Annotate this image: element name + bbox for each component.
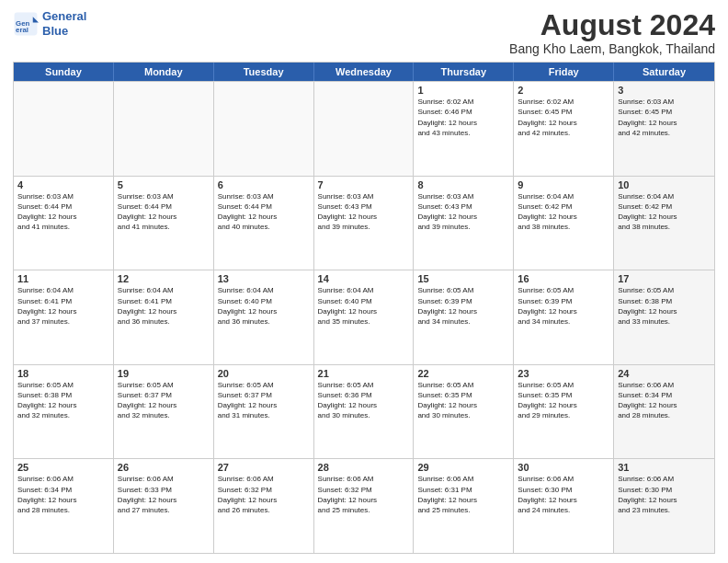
svg-text:eral: eral — [16, 26, 28, 34]
day-number: 24 — [618, 368, 711, 379]
day-number: 27 — [218, 462, 310, 473]
day-info: Sunrise: 6:05 AM Sunset: 6:38 PM Dayligh… — [618, 285, 711, 327]
cal-day-6: 6Sunrise: 6:03 AM Sunset: 6:44 PM Daylig… — [214, 177, 314, 270]
day-number: 18 — [17, 368, 109, 379]
day-info: Sunrise: 6:04 AM Sunset: 6:41 PM Dayligh… — [17, 285, 109, 327]
day-number: 10 — [618, 179, 711, 190]
subtitle: Bang Kho Laem, Bangkok, Thailand — [509, 41, 715, 56]
day-number: 17 — [618, 273, 711, 284]
day-info: Sunrise: 6:03 AM Sunset: 6:44 PM Dayligh… — [218, 191, 310, 233]
header-day-tuesday: Tuesday — [214, 63, 314, 81]
cal-week-4: 18Sunrise: 6:05 AM Sunset: 6:38 PM Dayli… — [14, 364, 714, 459]
day-number: 6 — [218, 179, 310, 190]
main-title: August 2024 — [509, 9, 715, 41]
cal-day-22: 22Sunrise: 6:05 AM Sunset: 6:35 PM Dayli… — [414, 365, 514, 459]
cal-day-8: 8Sunrise: 6:03 AM Sunset: 6:43 PM Daylig… — [414, 177, 514, 270]
day-number: 13 — [218, 273, 310, 284]
cal-day-17: 17Sunrise: 6:05 AM Sunset: 6:38 PM Dayli… — [614, 270, 714, 364]
header-day-sunday: Sunday — [14, 63, 114, 81]
day-number: 16 — [518, 273, 609, 284]
cal-empty-0-2 — [214, 82, 314, 176]
day-info: Sunrise: 6:03 AM Sunset: 6:43 PM Dayligh… — [318, 191, 410, 233]
day-number: 23 — [518, 368, 609, 379]
header-day-friday: Friday — [514, 63, 614, 81]
cal-empty-0-0 — [14, 82, 114, 176]
cal-day-7: 7Sunrise: 6:03 AM Sunset: 6:43 PM Daylig… — [314, 177, 415, 270]
day-info: Sunrise: 6:05 AM Sunset: 6:36 PM Dayligh… — [318, 380, 410, 421]
cal-day-25: 25Sunrise: 6:06 AM Sunset: 6:34 PM Dayli… — [14, 459, 114, 553]
cal-week-1: 1Sunrise: 6:02 AM Sunset: 6:46 PM Daylig… — [14, 81, 714, 176]
header-day-saturday: Saturday — [614, 63, 714, 81]
cal-day-30: 30Sunrise: 6:06 AM Sunset: 6:30 PM Dayli… — [514, 459, 614, 553]
cal-day-23: 23Sunrise: 6:05 AM Sunset: 6:35 PM Dayli… — [514, 365, 614, 459]
cal-day-26: 26Sunrise: 6:06 AM Sunset: 6:33 PM Dayli… — [114, 459, 214, 553]
cal-day-4: 4Sunrise: 6:03 AM Sunset: 6:44 PM Daylig… — [14, 177, 114, 270]
calendar-body: 1Sunrise: 6:02 AM Sunset: 6:46 PM Daylig… — [14, 81, 714, 553]
calendar-header-row: SundayMondayTuesdayWednesdayThursdayFrid… — [14, 63, 714, 81]
day-number: 26 — [118, 462, 210, 473]
day-number: 11 — [17, 273, 109, 284]
cal-day-24: 24Sunrise: 6:06 AM Sunset: 6:34 PM Dayli… — [614, 365, 714, 459]
day-number: 12 — [118, 273, 210, 284]
day-number: 15 — [417, 273, 509, 284]
day-info: Sunrise: 6:06 AM Sunset: 6:30 PM Dayligh… — [618, 474, 711, 515]
cal-day-9: 9Sunrise: 6:04 AM Sunset: 6:42 PM Daylig… — [514, 177, 614, 270]
cal-day-10: 10Sunrise: 6:04 AM Sunset: 6:42 PM Dayli… — [614, 177, 714, 270]
cal-day-14: 14Sunrise: 6:04 AM Sunset: 6:40 PM Dayli… — [314, 270, 415, 364]
day-info: Sunrise: 6:06 AM Sunset: 6:32 PM Dayligh… — [218, 474, 310, 515]
cal-day-13: 13Sunrise: 6:04 AM Sunset: 6:40 PM Dayli… — [214, 270, 314, 364]
day-number: 1 — [417, 85, 509, 96]
logo-line1: General — [42, 9, 86, 23]
cal-week-3: 11Sunrise: 6:04 AM Sunset: 6:41 PM Dayli… — [14, 270, 714, 364]
day-info: Sunrise: 6:05 AM Sunset: 6:37 PM Dayligh… — [218, 380, 310, 421]
day-number: 30 — [518, 462, 609, 473]
title-section: August 2024 Bang Kho Laem, Bangkok, Thai… — [509, 9, 715, 56]
cal-day-28: 28Sunrise: 6:06 AM Sunset: 6:32 PM Dayli… — [314, 459, 415, 553]
day-number: 25 — [17, 462, 109, 473]
day-info: Sunrise: 6:03 AM Sunset: 6:43 PM Dayligh… — [417, 191, 509, 233]
day-info: Sunrise: 6:04 AM Sunset: 6:41 PM Dayligh… — [118, 285, 210, 327]
day-number: 29 — [417, 462, 509, 473]
day-number: 20 — [218, 368, 310, 379]
cal-empty-0-1 — [114, 82, 214, 176]
cal-day-12: 12Sunrise: 6:04 AM Sunset: 6:41 PM Dayli… — [114, 270, 214, 364]
day-info: Sunrise: 6:06 AM Sunset: 6:30 PM Dayligh… — [518, 474, 609, 515]
day-info: Sunrise: 6:04 AM Sunset: 6:40 PM Dayligh… — [318, 285, 410, 327]
day-number: 4 — [17, 179, 109, 190]
day-info: Sunrise: 6:05 AM Sunset: 6:35 PM Dayligh… — [518, 380, 609, 421]
logo-line2: Blue — [42, 24, 68, 38]
day-info: Sunrise: 6:03 AM Sunset: 6:44 PM Dayligh… — [17, 191, 109, 233]
day-number: 31 — [618, 462, 711, 473]
cal-week-2: 4Sunrise: 6:03 AM Sunset: 6:44 PM Daylig… — [14, 176, 714, 270]
day-info: Sunrise: 6:05 AM Sunset: 6:35 PM Dayligh… — [417, 380, 509, 421]
day-info: Sunrise: 6:06 AM Sunset: 6:31 PM Dayligh… — [417, 474, 509, 515]
cal-day-20: 20Sunrise: 6:05 AM Sunset: 6:37 PM Dayli… — [214, 365, 314, 459]
cal-day-5: 5Sunrise: 6:03 AM Sunset: 6:44 PM Daylig… — [114, 177, 214, 270]
day-info: Sunrise: 6:05 AM Sunset: 6:39 PM Dayligh… — [518, 285, 609, 327]
cal-day-21: 21Sunrise: 6:05 AM Sunset: 6:36 PM Dayli… — [314, 365, 415, 459]
day-info: Sunrise: 6:03 AM Sunset: 6:44 PM Dayligh… — [118, 191, 210, 233]
day-number: 7 — [318, 179, 410, 190]
cal-empty-0-3 — [314, 82, 415, 176]
day-info: Sunrise: 6:05 AM Sunset: 6:39 PM Dayligh… — [417, 285, 509, 327]
cal-day-2: 2Sunrise: 6:02 AM Sunset: 6:45 PM Daylig… — [514, 82, 614, 176]
page: Gen eral General Blue August 2024 Bang K… — [0, 0, 728, 563]
day-number: 14 — [318, 273, 410, 284]
day-info: Sunrise: 6:05 AM Sunset: 6:37 PM Dayligh… — [118, 380, 210, 421]
cal-day-16: 16Sunrise: 6:05 AM Sunset: 6:39 PM Dayli… — [514, 270, 614, 364]
header-day-wednesday: Wednesday — [314, 63, 415, 81]
day-info: Sunrise: 6:04 AM Sunset: 6:42 PM Dayligh… — [618, 191, 711, 233]
day-number: 21 — [318, 368, 410, 379]
day-info: Sunrise: 6:03 AM Sunset: 6:45 PM Dayligh… — [618, 97, 711, 138]
cal-day-15: 15Sunrise: 6:05 AM Sunset: 6:39 PM Dayli… — [414, 270, 514, 364]
cal-day-18: 18Sunrise: 6:05 AM Sunset: 6:38 PM Dayli… — [14, 365, 114, 459]
day-info: Sunrise: 6:04 AM Sunset: 6:42 PM Dayligh… — [518, 191, 609, 233]
day-number: 5 — [118, 179, 210, 190]
cal-day-19: 19Sunrise: 6:05 AM Sunset: 6:37 PM Dayli… — [114, 365, 214, 459]
day-info: Sunrise: 6:06 AM Sunset: 6:34 PM Dayligh… — [618, 380, 711, 421]
day-info: Sunrise: 6:06 AM Sunset: 6:32 PM Dayligh… — [318, 474, 410, 515]
cal-day-27: 27Sunrise: 6:06 AM Sunset: 6:32 PM Dayli… — [214, 459, 314, 553]
day-number: 19 — [118, 368, 210, 379]
logo-icon: Gen eral — [13, 11, 39, 37]
header-day-thursday: Thursday — [414, 63, 514, 81]
